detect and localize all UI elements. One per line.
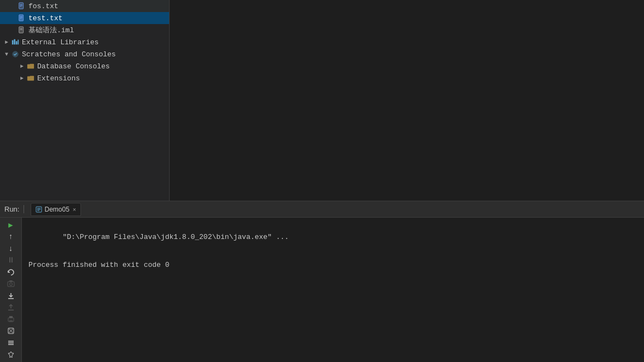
- db-consoles-arrow: [18, 62, 26, 71]
- run-pin-button[interactable]: [3, 349, 19, 360]
- sidebar-item-external-libs[interactable]: External Libraries: [0, 36, 169, 48]
- iml-icon: [18, 26, 26, 34]
- console-line-exit: Process finished with exit code 0: [28, 260, 637, 271]
- iml-label: 基础语法.iml: [28, 25, 74, 35]
- tab-demo05[interactable]: Demo05 ×: [31, 203, 81, 216]
- console-cmd-text: "D:\Program Files\Java\jdk1.8.0_202\bin\…: [62, 233, 288, 241]
- bottom-panel: Run: Demo05 × ▶ ↑ ↓ ⏸: [0, 201, 644, 362]
- ext-libs-icon: [11, 38, 20, 46]
- scratches-arrow: [2, 50, 11, 59]
- tab-demo05-close[interactable]: ×: [73, 206, 76, 213]
- run-rerun-button[interactable]: [3, 267, 19, 278]
- sidebar-item-test-txt[interactable]: test.txt: [0, 12, 169, 24]
- run-export-button[interactable]: [3, 302, 19, 313]
- run-tabs-bar: Run: Demo05 ×: [0, 201, 644, 218]
- run-camera-button[interactable]: [3, 279, 19, 290]
- editor-area: [170, 0, 644, 201]
- fos-txt-label: fos.txt: [28, 2, 59, 10]
- sidebar: fos.txt test.txt: [0, 0, 170, 201]
- run-toolbar: ▶ ↑ ↓ ⏸: [0, 218, 22, 362]
- extensions-arrow: [18, 74, 26, 83]
- svg-rect-14: [12, 40, 14, 45]
- extensions-label: Extensions: [37, 74, 80, 83]
- ext-libs-arrow: [2, 38, 11, 46]
- sidebar-item-iml[interactable]: 基础语法.iml: [0, 24, 169, 36]
- fos-txt-icon: [18, 2, 26, 10]
- run-label: Run:: [4, 205, 24, 213]
- svg-rect-17: [18, 40, 19, 45]
- console-output: "D:\Program Files\Java\jdk1.8.0_202\bin\…: [22, 218, 644, 362]
- svg-rect-15: [14, 39, 15, 45]
- svg-rect-31: [9, 316, 13, 318]
- sidebar-item-db-consoles[interactable]: Database Consoles: [0, 60, 169, 72]
- main-area: fos.txt test.txt: [0, 0, 644, 201]
- run-import-button[interactable]: [3, 290, 19, 301]
- tab-demo05-label: Demo05: [44, 206, 69, 213]
- scratches-label: Scratches and Consoles: [22, 50, 116, 59]
- sidebar-item-scratches[interactable]: Scratches and Consoles: [0, 48, 169, 60]
- db-consoles-label: Database Consoles: [37, 62, 110, 71]
- run-print-button[interactable]: [3, 314, 19, 325]
- tab-demo05-icon: [36, 206, 42, 213]
- svg-rect-32: [9, 320, 13, 322]
- run-clear-button[interactable]: [3, 326, 19, 337]
- scratches-icon: [11, 50, 20, 59]
- run-down-button[interactable]: ↓: [3, 243, 19, 254]
- ext-libs-label: External Libraries: [22, 38, 98, 46]
- run-settings-button[interactable]: [3, 337, 19, 348]
- svg-rect-25: [9, 281, 13, 282]
- db-consoles-icon: [26, 62, 35, 71]
- bottom-content: ▶ ↑ ↓ ⏸: [0, 218, 644, 362]
- console-line-cmd: "D:\Program Files\Java\jdk1.8.0_202\bin\…: [28, 221, 637, 253]
- svg-rect-16: [16, 41, 18, 44]
- svg-rect-23: [8, 282, 14, 287]
- test-txt-icon: [18, 14, 26, 22]
- sidebar-item-fos-txt[interactable]: fos.txt: [0, 0, 169, 12]
- extensions-icon: [26, 74, 35, 83]
- run-play-button[interactable]: ▶: [3, 220, 19, 231]
- run-pause-button[interactable]: ⏸: [3, 255, 19, 266]
- run-up-button[interactable]: ↑: [3, 232, 19, 243]
- test-txt-label: test.txt: [28, 14, 62, 22]
- svg-point-24: [9, 283, 12, 285]
- sidebar-item-extensions[interactable]: Extensions: [0, 72, 169, 84]
